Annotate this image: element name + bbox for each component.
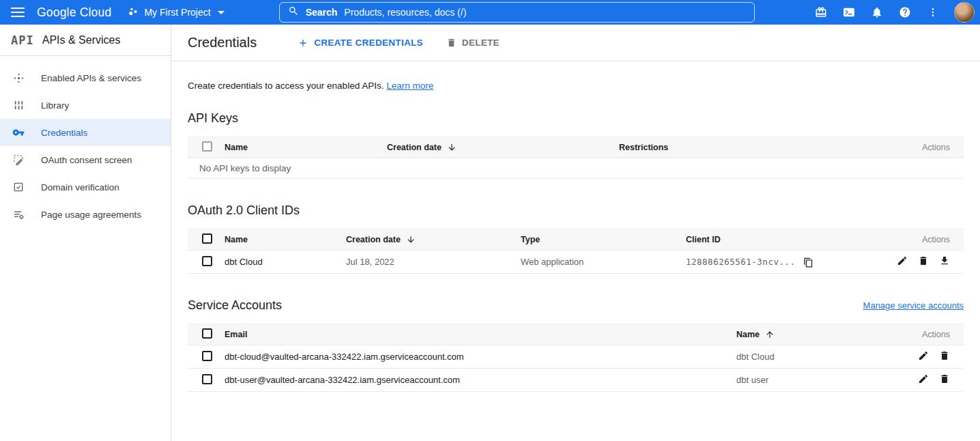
column-header-name[interactable]: Name (219, 137, 381, 158)
project-selector[interactable]: My First Project (128, 6, 224, 19)
row-actions-cell (867, 251, 964, 274)
sidebar-item-credentials[interactable]: Credentials (0, 119, 171, 146)
oauth-consent-icon (12, 154, 25, 166)
column-header-restrictions[interactable]: Restrictions (614, 137, 810, 158)
bell-icon[interactable] (866, 1, 888, 23)
table-header-row: Name Creation date Restrictions Actions (188, 137, 964, 158)
row-checkbox[interactable] (202, 374, 212, 384)
sidebar-item-label: OAuth consent screen (41, 155, 132, 165)
section-service-accounts: Service Accounts Manage service accounts… (188, 298, 964, 392)
sidebar-item-library[interactable]: Library (0, 91, 171, 119)
sidebar-header: API APIs & Services (0, 25, 171, 56)
content: Create credentials to access your enable… (171, 61, 980, 392)
sort-desc-icon (406, 235, 416, 244)
row-actions-cell (845, 369, 964, 392)
library-icon (12, 99, 25, 111)
google-cloud-logo[interactable]: Google Cloud (37, 5, 111, 20)
topbar: Google Cloud My First Project Search Pro… (0, 0, 980, 25)
intro-body: Create credentials to access your enable… (188, 81, 386, 91)
client-creation-date: Jul 18, 2022 (341, 251, 515, 274)
page-usage-icon (12, 208, 25, 220)
edit-icon[interactable] (897, 255, 908, 266)
sidebar-item-enabled-apis[interactable]: Enabled APIs & services (0, 64, 171, 91)
oauth-clients-table: Name Creation date Type Client ID Action… (188, 229, 964, 274)
logo-text: Google Cloud (37, 5, 111, 19)
column-header-actions: Actions (810, 137, 964, 158)
service-account-name: dbt Cloud (731, 345, 845, 369)
help-icon[interactable] (894, 1, 916, 23)
client-name: dbt Cloud (219, 251, 341, 274)
section-oauth-clients: OAuth 2.0 Client IDs Name Creation date … (188, 203, 964, 274)
table-header-row: Email Name Actions (188, 324, 964, 345)
delete-icon[interactable] (939, 350, 950, 361)
sidebar-title: APIs & Services (42, 34, 121, 46)
learn-more-link[interactable]: Learn more (386, 81, 433, 91)
column-header-actions: Actions (867, 229, 964, 251)
delete-icon[interactable] (918, 255, 929, 266)
page-title: Credentials (188, 35, 257, 51)
sort-desc-icon (447, 143, 457, 152)
api-keys-table: Name Creation date Restrictions Actions … (188, 137, 964, 179)
search-input[interactable]: Search Products, resources, docs (/) (279, 2, 755, 23)
column-header-name[interactable]: Name (219, 229, 341, 251)
table-row: dbt Cloud Jul 18, 2022 Web application 1… (188, 251, 964, 274)
enabled-apis-icon (12, 72, 25, 84)
trash-icon (446, 38, 457, 48)
row-checkbox[interactable] (202, 351, 212, 361)
delete-label: DELETE (462, 38, 500, 48)
column-header-client-id[interactable]: Client ID (680, 229, 867, 251)
user-avatar[interactable] (954, 2, 975, 23)
sidebar-item-label: Library (41, 100, 69, 111)
main-panel: Credentials CREATE CREDENTIALS DELETE Cr… (171, 25, 980, 441)
client-id-cell: 128886265561-3ncv... (680, 251, 867, 274)
service-account-email: dbt-cloud@vaulted-arcana-332422.iam.gser… (219, 345, 731, 369)
column-header-email[interactable]: Email (219, 324, 731, 345)
column-header-creation-date[interactable]: Creation date (341, 229, 515, 251)
project-icon (128, 6, 139, 19)
page-header: Credentials CREATE CREDENTIALS DELETE (171, 25, 980, 61)
select-all-checkbox[interactable] (202, 233, 212, 244)
column-header-actions: Actions (845, 324, 964, 345)
cloud-shell-icon[interactable] (838, 1, 860, 23)
create-credentials-label: CREATE CREDENTIALS (314, 38, 423, 48)
client-id-value: 128886265561-3ncv... (686, 257, 796, 267)
empty-message: No API keys to display (188, 158, 964, 179)
api-logo-icon: API (11, 33, 34, 47)
service-accounts-table: Email Name Actions dbt-cloud@vaulted-arc… (188, 324, 964, 392)
client-type: Web application (515, 251, 680, 274)
menu-icon[interactable] (8, 3, 27, 22)
sort-asc-icon (765, 330, 775, 339)
table-row: dbt-user@vaulted-arcana-332422.iam.gserv… (188, 369, 964, 392)
oauth-clients-title: OAuth 2.0 Client IDs (188, 203, 964, 218)
manage-service-accounts-link[interactable]: Manage service accounts (863, 300, 964, 311)
sidebar-item-oauth-consent[interactable]: OAuth consent screen (0, 146, 171, 173)
service-accounts-title: Service Accounts (188, 298, 282, 313)
column-header-creation-date[interactable]: Creation date (381, 137, 614, 158)
sidebar-item-domain-verification[interactable]: Domain verification (0, 173, 171, 201)
table-header-row: Name Creation date Type Client ID Action… (188, 229, 964, 251)
edit-icon[interactable] (918, 350, 929, 361)
sidebar-item-label: Domain verification (41, 182, 119, 193)
domain-verification-icon (12, 181, 25, 193)
search-label: Search (306, 7, 338, 18)
more-vert-icon[interactable] (922, 1, 944, 23)
empty-row: No API keys to display (188, 158, 964, 179)
create-credentials-button[interactable]: CREATE CREDENTIALS (292, 33, 429, 53)
gift-icon[interactable] (810, 1, 832, 23)
sidebar-item-label: Enabled APIs & services (41, 73, 141, 83)
column-header-type[interactable]: Type (515, 229, 680, 251)
row-actions-cell (845, 345, 964, 369)
edit-icon[interactable] (918, 373, 929, 384)
select-all-checkbox[interactable] (202, 141, 212, 152)
select-all-checkbox[interactable] (202, 328, 212, 339)
row-checkbox[interactable] (202, 256, 212, 266)
copy-icon[interactable] (803, 257, 813, 268)
download-icon[interactable] (939, 255, 950, 266)
intro-text: Create credentials to access your enable… (188, 81, 964, 91)
sidebar-item-page-usage[interactable]: Page usage agreements (0, 201, 171, 228)
column-header-name[interactable]: Name (731, 324, 845, 345)
sidebar-item-label: Credentials (41, 128, 87, 138)
delete-button[interactable]: DELETE (441, 33, 505, 52)
search-icon (288, 5, 299, 19)
delete-icon[interactable] (939, 373, 950, 384)
